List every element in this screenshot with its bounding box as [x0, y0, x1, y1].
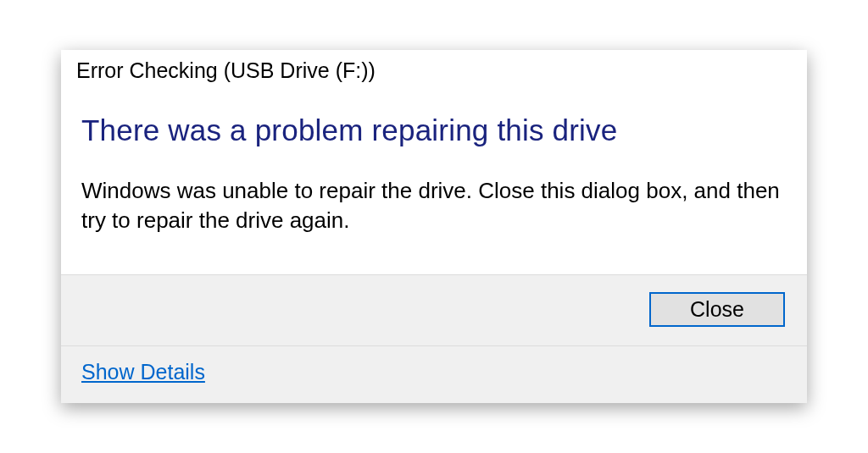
close-button[interactable]: Close [649, 292, 785, 327]
details-bar: Show Details [61, 346, 807, 403]
dialog-message: Windows was unable to repair the drive. … [81, 176, 787, 235]
show-details-link[interactable]: Show Details [81, 360, 205, 384]
button-bar: Close [61, 274, 807, 346]
dialog-body: There was a problem repairing this drive… [61, 88, 807, 274]
dialog-title: Error Checking (USB Drive (F:)) [76, 58, 792, 83]
dialog-heading: There was a problem repairing this drive [81, 113, 787, 147]
error-checking-dialog: Error Checking (USB Drive (F:)) There wa… [61, 50, 807, 403]
dialog-header: Error Checking (USB Drive (F:)) [61, 50, 807, 88]
